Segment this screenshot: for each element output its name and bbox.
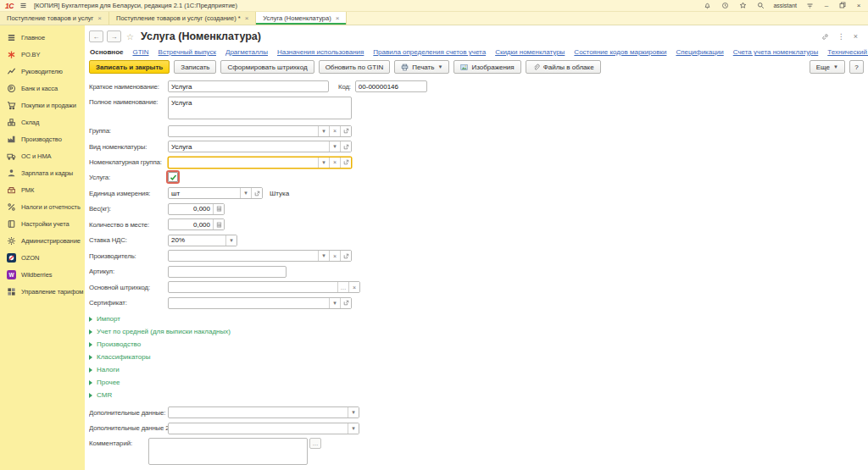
- expander-прочее[interactable]: Прочее: [89, 376, 868, 389]
- dropdown-icon[interactable]: ▾: [348, 407, 359, 417]
- save-and-close-button[interactable]: Записать и закрыть: [89, 60, 170, 74]
- sidebar-item-покупки-и-продажи[interactable]: Покупки и продажи: [0, 97, 85, 113]
- sidebar-item-po-by[interactable]: PO.BY: [0, 46, 85, 63]
- open-icon[interactable]: [340, 298, 351, 308]
- full-name-textarea[interactable]: Услуга: [168, 97, 352, 119]
- sidebar-item-склад[interactable]: Склад: [0, 113, 85, 130]
- expander-производство[interactable]: Производство: [89, 338, 868, 351]
- sidebar-item-руководителю[interactable]: Руководителю: [0, 63, 85, 80]
- dropdown-icon[interactable]: ▾: [329, 141, 340, 152]
- dropdown-icon[interactable]: ▾: [318, 251, 329, 261]
- form-tab[interactable]: Драгметаллы: [225, 48, 268, 56]
- open-icon[interactable]: [340, 251, 351, 261]
- dropdown-icon[interactable]: ▾: [329, 298, 340, 308]
- open-icon[interactable]: [251, 188, 262, 198]
- kind-input[interactable]: [169, 141, 329, 152]
- sidebar-item-главное[interactable]: Главное: [0, 29, 85, 46]
- expander-импорт[interactable]: Импорт: [89, 312, 868, 325]
- cloud-files-button[interactable]: Файлы в облаке: [526, 60, 601, 74]
- form-tab[interactable]: Технический GTIN: [827, 48, 868, 56]
- manufacturer-input[interactable]: [169, 251, 318, 261]
- service-settings-icon[interactable]: [804, 1, 815, 11]
- calculator-icon[interactable]: [213, 204, 224, 214]
- form-tab[interactable]: Счета учета номенклатуры: [733, 48, 819, 56]
- extra-data-input[interactable]: [169, 407, 348, 417]
- expander-учет-по-средней-для-выписки-накладных-[interactable]: Учет по средней (для выписки накладных): [89, 325, 868, 338]
- clear-icon[interactable]: ×: [329, 251, 340, 261]
- open-icon[interactable]: [340, 158, 351, 168]
- tab-close-icon[interactable]: ×: [336, 14, 340, 22]
- choose-icon[interactable]: …: [337, 282, 348, 292]
- sidebar-item-ос-и-нма[interactable]: ОС и НМА: [0, 147, 85, 164]
- close-window-button[interactable]: ×: [854, 2, 863, 9]
- certificate-input[interactable]: [169, 298, 329, 308]
- dropdown-icon[interactable]: ▾: [225, 235, 236, 246]
- sidebar-item-ozon[interactable]: OZON: [0, 249, 85, 266]
- open-icon[interactable]: [340, 126, 351, 136]
- form-tab[interactable]: Правила определения счетов учета: [373, 48, 486, 56]
- form-tab[interactable]: Встречный выпуск: [159, 48, 216, 56]
- service-checkbox[interactable]: [168, 172, 178, 182]
- form-tab[interactable]: GTIN: [132, 48, 148, 56]
- expander-налоги[interactable]: Налоги: [89, 363, 868, 376]
- main-menu-icon[interactable]: [19, 1, 29, 11]
- weight-input[interactable]: [169, 204, 213, 214]
- group-input[interactable]: [169, 126, 318, 136]
- clear-icon[interactable]: ×: [329, 126, 340, 136]
- restore-button[interactable]: [838, 2, 847, 10]
- barcode-input[interactable]: [169, 282, 337, 292]
- form-tab[interactable]: Назначения использования: [277, 48, 364, 56]
- images-button[interactable]: Изображения: [453, 60, 520, 74]
- unit-input[interactable]: [169, 188, 240, 198]
- dropdown-icon[interactable]: ▾: [348, 423, 359, 434]
- sidebar-item-администрирование[interactable]: Администрирование: [0, 232, 85, 249]
- open-icon[interactable]: [340, 141, 351, 152]
- minimize-button[interactable]: –: [822, 2, 831, 9]
- extra-data2-input[interactable]: [169, 423, 348, 434]
- sidebar-item-банк-и-касса[interactable]: Банк и касса: [0, 80, 85, 97]
- help-button[interactable]: ?: [849, 60, 864, 74]
- history-icon[interactable]: [720, 1, 730, 11]
- tab-close-icon[interactable]: ×: [245, 14, 249, 22]
- sidebar-item-настройки-учета[interactable]: Настройки учета: [0, 215, 85, 232]
- window-tab[interactable]: Услуга (Номенклатура)×: [256, 12, 347, 25]
- sidebar-item-wildberries[interactable]: WWildberries: [0, 266, 85, 283]
- print-button[interactable]: Печать▼: [394, 60, 449, 74]
- sidebar-item-налоги-и-отчетность[interactable]: Налоги и отчетность: [0, 198, 85, 215]
- dropdown-icon[interactable]: ▾: [318, 126, 329, 136]
- search-icon[interactable]: [755, 1, 765, 11]
- code-input[interactable]: [356, 81, 426, 91]
- dropdown-icon[interactable]: ▾: [318, 158, 329, 168]
- form-tab[interactable]: Спецификации: [676, 48, 723, 56]
- sidebar-item-рмк[interactable]: РМК: [0, 181, 85, 198]
- comment-textarea[interactable]: [148, 438, 308, 465]
- more-menu-icon[interactable]: ⋮: [837, 32, 845, 41]
- more-button[interactable]: Еще▼: [810, 60, 845, 74]
- qty-per-place-input[interactable]: [169, 219, 213, 229]
- assistant-label[interactable]: assistant: [773, 3, 797, 8]
- short-name-input[interactable]: [169, 81, 328, 91]
- article-input[interactable]: [169, 267, 286, 277]
- expander-классификаторы[interactable]: Классификаторы: [89, 351, 868, 363]
- form-tab[interactable]: Состояние кодов маркировки: [574, 48, 666, 56]
- forward-button[interactable]: →: [107, 30, 121, 42]
- window-tab[interactable]: Поступление товаров и услуг (создание) *…: [109, 12, 256, 25]
- comment-expand-button[interactable]: …: [309, 438, 321, 449]
- sidebar-item-производство[interactable]: Производство: [0, 130, 85, 147]
- nom-group-input[interactable]: [169, 158, 318, 168]
- sidebar-item-зарплата-и-кадры[interactable]: Зарплата и кадры: [0, 164, 85, 181]
- clear-icon[interactable]: ×: [329, 158, 340, 168]
- window-tab[interactable]: Поступление товаров и услуг×: [0, 12, 109, 25]
- calculator-icon[interactable]: [213, 219, 224, 229]
- tab-close-icon[interactable]: ×: [97, 14, 102, 22]
- close-form-icon[interactable]: ×: [854, 32, 858, 41]
- form-tab[interactable]: Скидки номенклатуры: [495, 48, 565, 56]
- sidebar-item-управление-тарифом[interactable]: Управление тарифом: [0, 283, 85, 300]
- vat-input[interactable]: [169, 235, 225, 246]
- update-gtin-button[interactable]: Обновить по GTIN: [319, 60, 391, 74]
- get-link-icon[interactable]: [821, 29, 829, 44]
- notifications-bell-icon[interactable]: [702, 1, 712, 11]
- make-barcode-button[interactable]: Сформировать штрихкод: [220, 60, 314, 74]
- back-button[interactable]: ←: [89, 30, 103, 42]
- save-button[interactable]: Записать: [174, 60, 216, 74]
